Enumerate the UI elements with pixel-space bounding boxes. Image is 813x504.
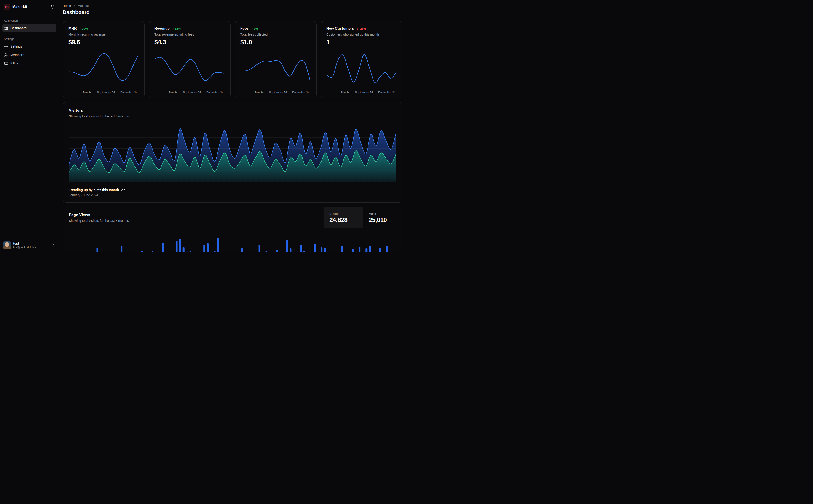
stat-card-revenue: Revenue ↑12% Total revenue including fee…: [149, 21, 231, 98]
chevron-right-icon: [73, 4, 76, 8]
makerkit-logo: m: [4, 4, 10, 10]
users-icon: [4, 53, 8, 57]
visitors-footer: Trending up by 5.2% this month: [69, 188, 396, 192]
toggle-label: Desktop: [329, 212, 357, 215]
breadcrumb-current: Makerkit: [78, 4, 89, 8]
sidebar-item-dashboard[interactable]: Dashboard: [2, 24, 56, 32]
sidebar-item-label: Billing: [10, 61, 19, 65]
sparkline-chart: [326, 49, 397, 90]
x-axis-labels: July 24September 24December 24: [68, 90, 139, 94]
stat-value: $4.3: [154, 39, 225, 46]
toggle-value: 25,010: [369, 217, 397, 224]
page-views-chart-area: [63, 228, 402, 252]
chevrons-up-down-icon: [29, 5, 32, 8]
page-views-subtitle: Showing total visitors for the last 3 mo…: [69, 219, 318, 223]
stat-value: 1: [326, 39, 397, 46]
sidebar: m Makerkit Application Dashboard Setting…: [0, 0, 59, 252]
change-badge: ↑9%: [251, 27, 258, 30]
visitors-area-chart: [69, 125, 396, 182]
breadcrumb: Home Makerkit: [63, 4, 403, 8]
trending-up-icon: [121, 188, 125, 192]
page-views-bar-chart: [63, 228, 402, 252]
change-badge: ↑12%: [172, 27, 181, 30]
nav-section-settings: Settings Settings Members Billing: [0, 37, 58, 67]
stat-card-new-customers: New Customers ↓-25% Customers who signed…: [321, 21, 403, 98]
x-axis-labels: July 24September 24December 24: [326, 90, 397, 94]
layout-dashboard-icon: [4, 26, 8, 30]
stat-title: MRR: [68, 27, 77, 31]
visitors-card: Visitors Showing total visitors for the …: [63, 102, 403, 203]
trend-arrow-icon: ↑: [251, 27, 253, 30]
sparkline-chart: [240, 49, 311, 90]
user-info: test test@makerkit.dev: [13, 242, 36, 249]
sidebar-item-label: Settings: [10, 45, 22, 48]
stat-title: Fees: [240, 27, 249, 31]
sidebar-item-label: Dashboard: [10, 26, 27, 30]
main-content: Home Makerkit Dashboard MRR ↑20% Monthly…: [59, 0, 407, 252]
stat-card-fees: Fees ↑9% Total fees collected $1.0 July …: [235, 21, 317, 98]
change-badge: ↓-25%: [357, 27, 366, 30]
avatar: [3, 241, 11, 249]
user-email: test@makerkit.dev: [13, 246, 36, 249]
gear-icon: [4, 45, 8, 48]
stat-title: Revenue: [154, 27, 170, 31]
sidebar-item-members[interactable]: Members: [2, 51, 56, 59]
workspace-selector[interactable]: m Makerkit: [4, 4, 32, 10]
credit-card-icon: [4, 61, 8, 65]
user-menu[interactable]: test test@makerkit.dev: [0, 239, 58, 252]
sidebar-header: m Makerkit: [0, 0, 58, 14]
visitors-title: Visitors: [69, 108, 396, 113]
stat-subtitle: Total revenue including fees: [154, 33, 225, 36]
nav-section-application: Application Dashboard: [0, 19, 58, 32]
stat-subtitle: Customers who signed up this month: [326, 33, 397, 36]
sidebar-item-settings[interactable]: Settings: [2, 42, 56, 50]
section-label: Application: [2, 19, 56, 22]
stat-subtitle: Total fees collected: [240, 33, 311, 36]
pageviews-toggle-mobile[interactable]: Mobile 25,010: [363, 207, 402, 228]
trend-arrow-icon: ↑: [79, 27, 81, 30]
stat-title: New Customers: [326, 27, 354, 31]
stat-value: $1.0: [240, 39, 311, 46]
chevrons-up-down-icon: [52, 244, 55, 247]
stat-card-mrr: MRR ↑20% Monthly recurring revenue $9.6 …: [63, 21, 144, 98]
stat-cards-row: MRR ↑20% Monthly recurring revenue $9.6 …: [63, 21, 403, 98]
notifications-button[interactable]: [50, 5, 55, 9]
page-views-title: Page Views: [69, 213, 318, 217]
trend-arrow-icon: ↑: [172, 27, 174, 30]
stat-subtitle: Monthly recurring revenue: [68, 33, 139, 36]
x-axis-labels: July 24September 24December 24: [154, 90, 225, 94]
stat-value: $9.6: [68, 39, 139, 46]
visitors-date-range: January - June 2024: [69, 193, 396, 197]
workspace-name: Makerkit: [12, 5, 27, 9]
sparkline-chart: [68, 49, 139, 90]
toggle-label: Mobile: [369, 212, 397, 215]
user-name: test: [13, 242, 36, 246]
bell-icon: [50, 5, 55, 9]
page-views-header: Page Views Showing total visitors for th…: [63, 207, 402, 228]
sparkline-chart: [154, 49, 225, 90]
visitors-subtitle: Showing total visitors for the last 6 mo…: [69, 114, 396, 118]
sidebar-item-billing[interactable]: Billing: [2, 59, 56, 67]
sidebar-item-label: Members: [10, 53, 24, 57]
pageviews-toggle-desktop[interactable]: Desktop 24,828: [324, 207, 363, 228]
x-axis-labels: July 24September 24December 24: [240, 90, 311, 94]
change-badge: ↑20%: [79, 27, 88, 30]
page-views-card: Page Views Showing total visitors for th…: [63, 207, 403, 252]
breadcrumb-home-link[interactable]: Home: [63, 4, 71, 8]
section-label: Settings: [2, 37, 56, 41]
toggle-value: 24,828: [329, 217, 357, 224]
trend-arrow-icon: ↓: [357, 27, 358, 30]
page-title: Dashboard: [63, 9, 403, 16]
